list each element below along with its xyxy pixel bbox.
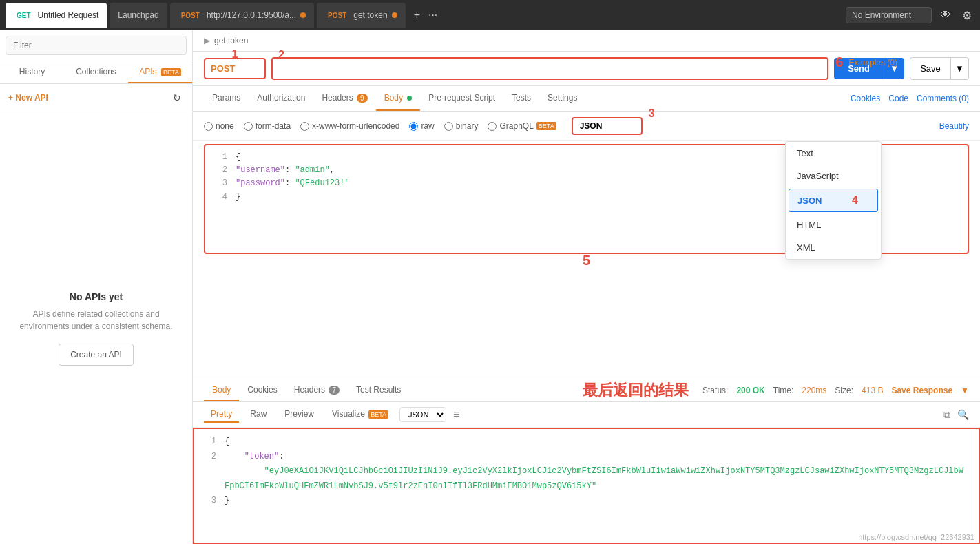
- save-response-button[interactable]: Save Response: [891, 386, 952, 395]
- tab-settings[interactable]: Settings: [539, 86, 585, 111]
- annotation-1: 1: [232, 48, 238, 61]
- resp-line-3: 3 }: [205, 494, 968, 509]
- beautify-button[interactable]: Beautify: [939, 121, 969, 131]
- radio-raw[interactable]: raw: [409, 121, 434, 131]
- tab-label-untitled: Untitled Request: [38, 10, 99, 20]
- response-headers-badge: 7: [329, 386, 340, 395]
- response-format-bar: Pretty Raw Preview Visualize BETA JSON ≡…: [193, 402, 980, 428]
- tab-body[interactable]: Body: [376, 86, 421, 111]
- tab-method-gettoken: POST: [325, 11, 349, 20]
- examples-button[interactable]: Examples (0): [848, 58, 897, 67]
- response-tab-test-results[interactable]: Test Results: [348, 379, 409, 401]
- radio-formdata[interactable]: form-data: [244, 121, 291, 131]
- graphql-beta-badge: BETA: [536, 122, 556, 130]
- tab-untitled[interactable]: GET Untitled Request: [6, 3, 107, 28]
- response-tab-headers[interactable]: Headers 7: [286, 379, 348, 401]
- url-input[interactable]: http://127.0.0.1:9500/api-token-auth/: [273, 59, 827, 79]
- more-tabs-button[interactable]: ···: [426, 6, 440, 24]
- response-tab-body[interactable]: Body: [204, 379, 239, 401]
- examples-area: 6 Examples (0): [835, 54, 897, 70]
- no-apis-desc: APIs define related collections and envi…: [14, 308, 178, 333]
- response-status-area: 最后返回的结果 Status: 200 OK Time: 220ms Size:…: [583, 380, 969, 401]
- json-format-select[interactable]: JSON ▲ Text JavaScript JSON HTML XML: [572, 117, 643, 135]
- radio-none[interactable]: none: [204, 121, 234, 131]
- tab-method-get: GET: [14, 11, 34, 20]
- size-value: 413 B: [862, 386, 883, 395]
- sidebar-tab-collections[interactable]: Collections: [64, 61, 128, 83]
- tab-tests[interactable]: Tests: [503, 86, 539, 111]
- response-code-block: 1 { 2 "token": "eyJ0eXAiOiJKV1QiLCJhbGci…: [205, 435, 968, 509]
- request-tabs-right: Cookies Code Comments (0): [851, 94, 969, 103]
- new-api-button[interactable]: + New API: [8, 93, 48, 103]
- request-tabs-bar: Params Authorization Headers 9 Body Pre-…: [193, 86, 980, 112]
- response-tabs-bar: Body Cookies Headers 7 Test Results 最后返回…: [193, 379, 980, 402]
- dropdown-item-javascript[interactable]: JavaScript: [786, 165, 881, 187]
- no-apis-title: No APIs yet: [70, 291, 123, 302]
- json-format-wrapper: 3 JSON ▲ Text JavaScript JSON HTML XML: [572, 117, 643, 135]
- tab-authorization[interactable]: Authorization: [249, 86, 313, 111]
- body-active-dot: [407, 96, 412, 101]
- save-response-dropdown[interactable]: ▼: [961, 386, 969, 395]
- format-tab-pretty[interactable]: Pretty: [204, 406, 239, 423]
- tab-headers[interactable]: Headers 9: [313, 86, 375, 111]
- apis-beta-badge: BETA: [161, 68, 181, 76]
- sidebar-tab-history[interactable]: History: [0, 61, 64, 83]
- response-tab-cookies[interactable]: Cookies: [239, 379, 285, 401]
- status-value: 200 OK: [736, 386, 764, 395]
- save-button[interactable]: Save: [910, 57, 951, 80]
- copy-icon[interactable]: ⧉: [943, 409, 950, 421]
- cookies-link[interactable]: Cookies: [851, 94, 880, 103]
- tab-params[interactable]: Params: [204, 86, 249, 111]
- tab-post1[interactable]: POST http://127.0.0.1:9500/a...: [170, 3, 314, 28]
- dropdown-item-text[interactable]: Text: [786, 142, 881, 165]
- time-value: 220ms: [802, 386, 826, 395]
- settings-icon-btn[interactable]: ⚙: [959, 6, 974, 25]
- method-select[interactable]: POST: [204, 58, 266, 79]
- radio-urlencoded[interactable]: x-www-form-urlencoded: [300, 121, 399, 131]
- add-tab-button[interactable]: +: [411, 6, 423, 24]
- format-tab-visualize[interactable]: Visualize BETA: [325, 406, 395, 423]
- format-tab-preview[interactable]: Preview: [278, 406, 321, 423]
- status-label: Status:: [702, 386, 728, 395]
- format-tab-raw[interactable]: Raw: [243, 406, 273, 423]
- json-type-dropdown: Text JavaScript JSON 4 HTML XML: [785, 141, 882, 260]
- tab-gettoken[interactable]: POST get token: [317, 3, 406, 28]
- time-label: Time:: [773, 386, 794, 395]
- resp-line-2: 2 "token": "eyJ0eXAiOiJKV1QiLCJhbGciOiJI…: [205, 450, 968, 494]
- breadcrumb: ▶ get token: [193, 30, 980, 52]
- request-area: ▶ get token 6 Examples (0) 1 POST 2 http…: [193, 30, 980, 544]
- tab-method-post1: POST: [178, 11, 202, 20]
- body-options-bar: none form-data x-www-form-urlencoded raw…: [193, 112, 980, 141]
- tab-label-gettoken: get token: [353, 10, 387, 20]
- sidebar-top-actions: + New API ↻: [0, 84, 192, 112]
- radio-graphql[interactable]: GraphQL BETA: [488, 121, 556, 131]
- eye-icon-btn[interactable]: 👁: [937, 6, 954, 24]
- headers-badge: 9: [357, 94, 368, 103]
- save-dropdown-button[interactable]: ▼: [951, 57, 969, 80]
- sidebar-tab-apis[interactable]: APIs BETA: [128, 61, 192, 83]
- size-label: Size:: [835, 386, 853, 395]
- sidebar-empty-state: No APIs yet APIs define related collecti…: [0, 112, 192, 544]
- response-chinese-label: 最后返回的结果: [583, 380, 689, 401]
- env-select[interactable]: No Environment: [846, 7, 932, 23]
- search-input[interactable]: [6, 36, 187, 55]
- sidebar: History Collections APIs BETA + New API …: [0, 30, 193, 544]
- dropdown-item-json[interactable]: JSON 4: [789, 189, 878, 212]
- code-link[interactable]: Code: [888, 94, 908, 103]
- dropdown-item-xml[interactable]: XML: [786, 236, 881, 259]
- url-input-wrapper: 2 http://127.0.0.1:9500/api-token-auth/: [271, 57, 828, 80]
- comments-link[interactable]: Comments (0): [917, 94, 969, 103]
- radio-binary[interactable]: binary: [444, 121, 479, 131]
- response-json-format-select[interactable]: JSON: [399, 407, 446, 422]
- method-wrapper: 1 POST: [204, 58, 266, 79]
- breadcrumb-label: get token: [214, 36, 248, 45]
- dropdown-item-html[interactable]: HTML: [786, 213, 881, 236]
- sidebar-tabs: History Collections APIs BETA: [0, 61, 192, 84]
- search-response-icon[interactable]: 🔍: [957, 409, 969, 420]
- wrap-icon[interactable]: ≡: [453, 408, 459, 421]
- refresh-icon-btn[interactable]: ↻: [170, 90, 184, 106]
- annotation-2: 2: [278, 49, 284, 61]
- tab-prerequest[interactable]: Pre-request Script: [420, 86, 503, 111]
- create-api-button[interactable]: Create an API: [59, 344, 134, 366]
- tab-launchpad[interactable]: Launchpad: [110, 3, 167, 28]
